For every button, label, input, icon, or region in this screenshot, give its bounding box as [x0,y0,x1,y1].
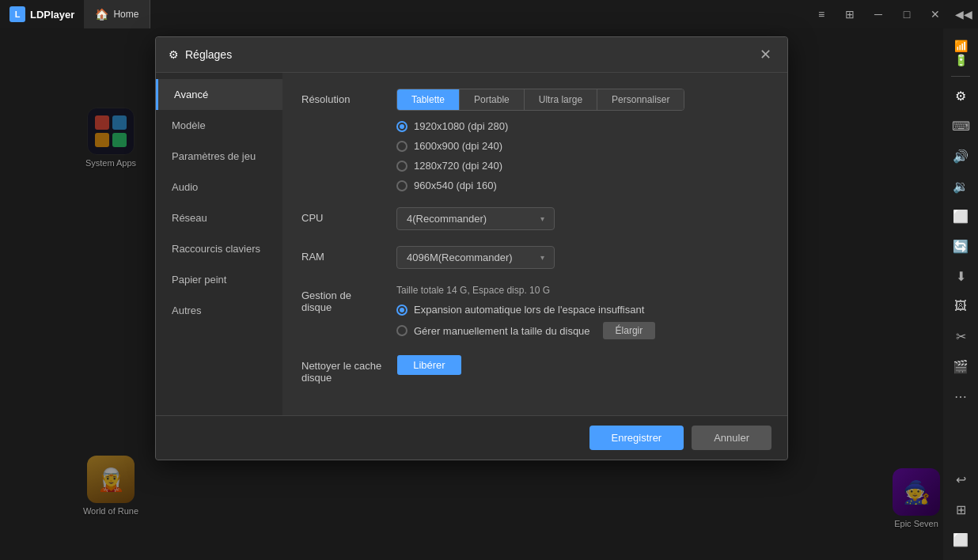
nav-papier-peint[interactable]: Papier peint [156,264,282,295]
cache-section: Nettoyer le cache disque Libérer [301,355,768,384]
ram-dropdown[interactable]: 4096M(Recommander) ▾ [396,246,555,269]
resolution-option-1[interactable]: 1920x1080 (dpi 280) [396,120,768,132]
nav-autres[interactable]: Autres [156,295,282,326]
settings-gear-icon: ⚙ [169,48,179,61]
image-icon[interactable]: 🖼 [946,292,975,320]
modal-close-button[interactable]: ✕ [756,45,775,64]
display-icon[interactable]: ⬜ [946,202,975,230]
cpu-value: 4(Recommander) ▾ [396,207,768,230]
settings-modal: ⚙ Réglages ✕ Avancé Modèle Paramètres de… [155,36,788,460]
resolution-option-3[interactable]: 1280x720 (dpi 240) [396,160,768,172]
expand-button[interactable]: Élargir [603,322,656,339]
sidebar-separator-1 [951,76,970,77]
nav-modele[interactable]: Modèle [156,110,282,141]
cpu-dropdown[interactable]: 4(Recommander) ▾ [396,207,555,230]
resolution-label: Résolution [301,89,381,105]
settings-icon[interactable]: ⚙ [946,81,975,110]
radio-1920 [396,121,408,132]
tab-tablette[interactable]: Tablette [397,89,460,110]
disk-option-manual[interactable]: Gérer manuellement la taille du disque É… [396,322,768,339]
ram-dropdown-value: 4096M(Recommander) [407,252,513,263]
disk-auto-label: Expansion automatique lors de l'espace i… [414,304,644,316]
disk-option-auto[interactable]: Expansion automatique lors de l'espace i… [396,304,768,316]
resolution-1920-label: 1920x1080 (dpi 280) [414,120,508,132]
download-icon[interactable]: ⬇ [946,262,975,290]
back-button[interactable]: ◀◀ [950,0,978,28]
modal-nav: Avancé Modèle Paramètres de jeu Audio Ré… [156,73,282,415]
cpu-section: CPU 4(Recommander) ▾ [301,207,768,230]
resolution-option-4[interactable]: 960x540 (dpi 160) [396,180,768,191]
wifi-icon: 📶 [954,40,968,52]
disk-radio-group: Expansion automatique lors de l'espace i… [396,304,768,339]
resolution-value: Tablette Portable Ultra large Personnali… [396,89,768,191]
cache-value: Libérer [397,355,768,375]
cpu-dropdown-value: 4(Recommander) [407,213,487,225]
app-name: LDPlayer [30,9,74,21]
ram-value: 4096M(Recommander) ▾ [396,246,768,269]
disk-radio-auto [396,305,408,316]
modal-content-area: Résolution Tablette Portable Ultra large… [282,73,787,415]
keyboard-icon[interactable]: ⌨ [946,112,975,140]
modal-title: ⚙ Réglages [169,48,232,61]
disk-info-text: Taille totale 14 G, Espace disp. 10 G [396,285,768,296]
home-tab-label: Home [113,9,138,20]
minimize-button[interactable]: ─ [864,0,893,28]
scissors-icon[interactable]: ✂ [946,322,975,350]
modal-body: Avancé Modèle Paramètres de jeu Audio Ré… [156,73,787,415]
disk-value: Taille totale 14 G, Espace disp. 10 G Ex… [396,285,768,339]
tab-ultra-large[interactable]: Ultra large [525,89,597,110]
home-tab[interactable]: 🏠 Home [84,0,150,28]
resolution-section: Résolution Tablette Portable Ultra large… [301,89,768,191]
rotate-icon[interactable]: 🔄 [946,232,975,260]
ram-dropdown-arrow: ▾ [540,253,544,262]
maximize-button[interactable]: □ [893,0,921,28]
back-arrow-icon[interactable]: ↩ [946,465,975,494]
nav-audio[interactable]: Audio [156,172,282,202]
cpu-label: CPU [301,207,381,224]
modal-overlay: ⚙ Réglages ✕ Avancé Modèle Paramètres de… [0,28,943,560]
disk-radio-manual [396,325,408,336]
volume-down-icon[interactable]: 🔉 [946,172,975,200]
home-sidebar-icon[interactable]: ⊞ [946,495,975,524]
logo-icon: L [9,6,25,22]
ram-label: RAM [301,246,381,263]
more-icon[interactable]: ⋯ [946,382,975,411]
video-icon[interactable]: 🎬 [946,352,975,380]
modal-header: ⚙ Réglages ✕ [156,37,787,73]
monitor-button[interactable]: ⊞ [836,0,864,28]
disk-section: Gestion de disque Taille totale 14 G, Es… [301,285,768,339]
sidebar-status: 📶 🔋 [943,35,978,71]
resolution-option-2[interactable]: 1600x900 (dpi 240) [396,140,768,152]
nav-params-jeu[interactable]: Paramètres de jeu [156,141,282,172]
nav-reseau[interactable]: Réseau [156,202,282,233]
nav-avance[interactable]: Avancé [156,79,282,110]
taskbar: L LDPlayer 🏠 Home ≡ ⊞ ─ □ ✕ ◀◀ [0,0,978,28]
cpu-dropdown-arrow: ▾ [540,214,544,223]
radio-960 [396,180,408,191]
resolution-radio-group: 1920x1080 (dpi 280) 1600x900 (dpi 240) 1… [396,120,768,191]
radio-1600 [396,141,408,152]
disk-manual-label: Gérer manuellement la taille du disque [414,325,590,337]
home-icon: 🏠 [95,8,108,21]
save-button[interactable]: Enregistrer [589,426,684,450]
radio-1280 [396,161,408,172]
nav-raccourcis[interactable]: Raccourcis claviers [156,233,282,264]
volume-up-icon[interactable]: 🔊 [946,142,975,170]
resolution-1280-label: 1280x720 (dpi 240) [414,160,502,172]
resolution-tab-group: Tablette Portable Ultra large Personnali… [396,89,684,111]
app-logo: L LDPlayer [0,6,84,22]
tab-portable[interactable]: Portable [460,89,525,110]
right-sidebar: 📶 🔋 ⚙ ⌨ 🔊 🔉 ⬜ 🔄 ⬇ 🖼 ✂ 🎬 ⋯ ↩ ⊞ ⬜ 🧙 Epic S… [943,28,978,560]
resolution-1600-label: 1600x900 (dpi 240) [414,140,502,152]
menu-button[interactable]: ≡ [807,0,836,28]
resolution-960-label: 960x540 (dpi 160) [414,180,497,191]
apps-icon[interactable]: ⬜ [946,525,975,554]
ram-section: RAM 4096M(Recommander) ▾ [301,246,768,269]
tab-personnaliser[interactable]: Personnaliser [597,89,684,110]
cancel-button[interactable]: Annuler [692,426,771,450]
liberer-button[interactable]: Libérer [397,355,461,375]
close-button[interactable]: ✕ [921,0,950,28]
battery-icon: 🔋 [954,54,968,66]
disk-label: Gestion de disque [301,285,381,313]
modal-title-text: Réglages [185,48,232,61]
